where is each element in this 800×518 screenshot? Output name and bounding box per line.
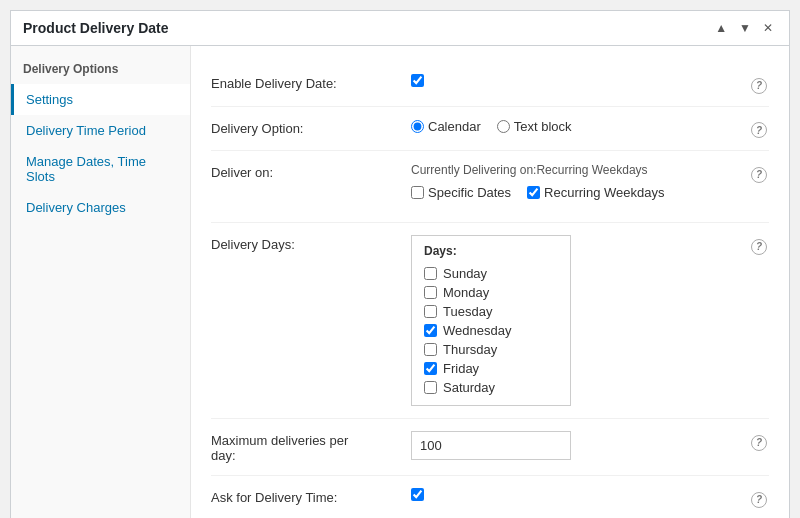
enable-delivery-date-field [411, 74, 739, 90]
widget-controls: ▲ ▼ ✕ [711, 19, 777, 37]
days-box: Days: Sunday Monday Tuesday [411, 235, 571, 406]
friday-checkbox[interactable] [424, 362, 437, 375]
deliver-on-label: Deliver on: [211, 163, 411, 180]
sidebar-item-manage-dates[interactable]: Manage Dates, Time Slots [11, 146, 190, 192]
specific-dates-checkbox[interactable] [411, 186, 424, 199]
wednesday-checkbox[interactable] [424, 324, 437, 337]
sidebar-item-delivery-charges[interactable]: Delivery Charges [11, 192, 190, 223]
text-block-radio[interactable] [497, 120, 510, 133]
saturday-checkbox[interactable] [424, 381, 437, 394]
help-icon[interactable]: ? [751, 78, 767, 94]
max-deliveries-help[interactable]: ? [749, 431, 769, 451]
enable-delivery-date-checkbox[interactable] [411, 74, 424, 87]
widget-title: Product Delivery Date [23, 20, 169, 36]
ask-delivery-time-row: Ask for Delivery Time: ? [211, 476, 769, 518]
monday-checkbox[interactable] [424, 286, 437, 299]
calendar-radio[interactable] [411, 120, 424, 133]
deliver-on-options: Specific Dates Recurring Weekdays [411, 185, 739, 200]
recurring-weekdays-checkbox[interactable] [527, 186, 540, 199]
thursday-checkbox[interactable] [424, 343, 437, 356]
delivery-days-label: Delivery Days: [211, 235, 411, 252]
delivery-option-field: Calendar Text block [411, 119, 739, 134]
delivery-option-radio-group: Calendar Text block [411, 119, 739, 134]
day-sunday[interactable]: Sunday [424, 264, 558, 283]
day-monday[interactable]: Monday [424, 283, 558, 302]
help-icon-2[interactable]: ? [751, 122, 767, 138]
enable-delivery-date-label: Enable Delivery Date: [211, 74, 411, 91]
help-icon-6[interactable]: ? [751, 492, 767, 508]
sidebar-item-settings[interactable]: Settings [11, 84, 190, 115]
max-deliveries-label: Maximum deliveries per day: [211, 431, 411, 463]
day-friday[interactable]: Friday [424, 359, 558, 378]
delivery-days-row: Delivery Days: Days: Sunday Monday [211, 223, 769, 419]
delivery-option-label: Delivery Option: [211, 119, 411, 136]
ask-delivery-time-help[interactable]: ? [749, 488, 769, 508]
calendar-option[interactable]: Calendar [411, 119, 481, 134]
deliver-on-help[interactable]: ? [749, 163, 769, 183]
widget-header: Product Delivery Date ▲ ▼ ✕ [11, 11, 789, 46]
collapse-down-button[interactable]: ▼ [735, 19, 755, 37]
delivery-option-row: Delivery Option: Calendar Text block [211, 107, 769, 152]
close-button[interactable]: ✕ [759, 19, 777, 37]
day-thursday[interactable]: Thursday [424, 340, 558, 359]
help-icon-5[interactable]: ? [751, 435, 767, 451]
help-icon-3[interactable]: ? [751, 167, 767, 183]
deliver-on-field: Currently Delivering on:Recurring Weekda… [411, 163, 739, 210]
ask-delivery-time-checkbox[interactable] [411, 488, 424, 501]
collapse-up-button[interactable]: ▲ [711, 19, 731, 37]
recurring-weekdays-option[interactable]: Recurring Weekdays [527, 185, 664, 200]
enable-delivery-date-help[interactable]: ? [749, 74, 769, 94]
ask-delivery-time-label: Ask for Delivery Time: [211, 488, 411, 505]
enable-delivery-date-row: Enable Delivery Date: ? [211, 62, 769, 107]
specific-dates-option[interactable]: Specific Dates [411, 185, 511, 200]
widget-body: Delivery Options Settings Delivery Time … [11, 46, 789, 518]
tuesday-checkbox[interactable] [424, 305, 437, 318]
currently-delivering-text: Currently Delivering on:Recurring Weekda… [411, 163, 739, 177]
max-deliveries-input[interactable] [411, 431, 571, 460]
max-deliveries-row: Maximum deliveries per day: ? [211, 419, 769, 476]
main-content: Enable Delivery Date: ? Delivery Option:… [191, 46, 789, 518]
delivery-option-help[interactable]: ? [749, 119, 769, 139]
help-icon-4[interactable]: ? [751, 239, 767, 255]
sunday-checkbox[interactable] [424, 267, 437, 280]
day-tuesday[interactable]: Tuesday [424, 302, 558, 321]
ask-delivery-time-field [411, 488, 739, 504]
sidebar-heading: Delivery Options [11, 56, 190, 84]
deliver-on-row: Deliver on: Currently Delivering on:Recu… [211, 151, 769, 223]
max-deliveries-field [411, 431, 739, 460]
day-wednesday[interactable]: Wednesday [424, 321, 558, 340]
delivery-days-help[interactable]: ? [749, 235, 769, 255]
sidebar-item-delivery-time-period[interactable]: Delivery Time Period [11, 115, 190, 146]
sidebar: Delivery Options Settings Delivery Time … [11, 46, 191, 518]
product-delivery-widget: Product Delivery Date ▲ ▼ ✕ Delivery Opt… [10, 10, 790, 518]
days-box-title: Days: [424, 244, 558, 258]
text-block-option[interactable]: Text block [497, 119, 572, 134]
day-saturday[interactable]: Saturday [424, 378, 558, 397]
delivery-days-field: Days: Sunday Monday Tuesday [411, 235, 739, 406]
